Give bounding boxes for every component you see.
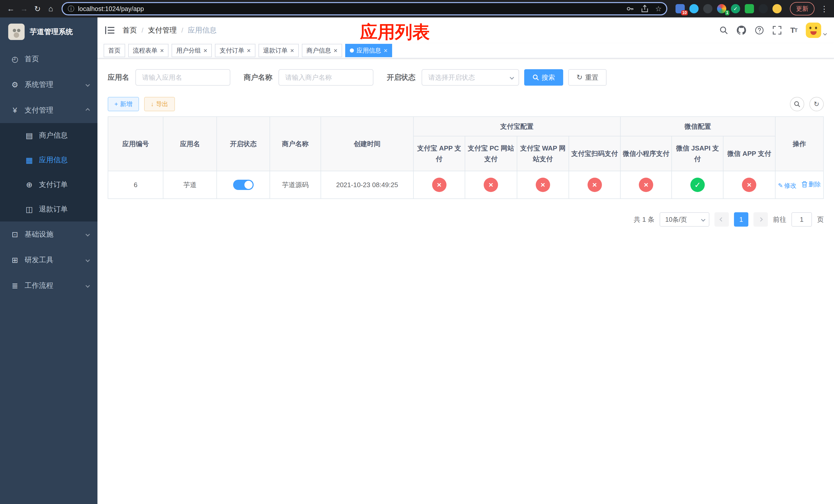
main-area: 首页 支付管理 应用信息 bbox=[97, 18, 834, 504]
main-header: 首页 支付管理 应用信息 bbox=[97, 18, 834, 43]
infra-icon: ⊡ bbox=[10, 230, 20, 239]
tab-close-icon[interactable]: × bbox=[384, 47, 388, 54]
refund-order-icon: ◫ bbox=[25, 205, 34, 214]
app-name-input[interactable] bbox=[135, 69, 230, 86]
tab-close-icon[interactable]: × bbox=[203, 47, 207, 54]
collapse-sidebar-icon[interactable] bbox=[105, 26, 114, 34]
sidebar-item-workflow[interactable]: ≣ 工作流程 bbox=[0, 273, 97, 298]
tab-close-icon[interactable]: × bbox=[247, 47, 250, 54]
tab-close-icon[interactable]: × bbox=[290, 47, 294, 54]
col-header-wx-mini: 微信小程序支付 bbox=[620, 136, 672, 171]
sidebar-item-app-info[interactable]: ▦ 应用信息 bbox=[0, 148, 97, 172]
extension-icon-3[interactable] bbox=[703, 4, 712, 13]
forward-icon[interactable]: → bbox=[18, 2, 31, 15]
tab-merchant-info[interactable]: 商户信息 × bbox=[302, 44, 342, 57]
breadcrumb-separator bbox=[141, 26, 144, 35]
extension-badge-green: 1 bbox=[725, 10, 729, 15]
browser-toolbar: ← → ↻ ⌂ ⓘ localhost:1024/pay/app ☆ 10 bbox=[0, 0, 834, 18]
app-title: 芋道管理系统 bbox=[30, 27, 73, 37]
page-number-1[interactable]: 1 bbox=[734, 212, 748, 227]
chevron-down-icon bbox=[510, 75, 514, 80]
avatar[interactable] bbox=[806, 23, 821, 38]
breadcrumb-separator bbox=[181, 26, 183, 35]
plus-icon: + bbox=[114, 100, 118, 108]
extension-icon-2[interactable] bbox=[689, 4, 699, 13]
tab-close-icon[interactable]: × bbox=[160, 47, 164, 54]
refresh-table-button[interactable]: ↻ bbox=[809, 97, 824, 111]
sidebar: 芋道管理系统 ◴ 首页 ⚙ 系统管理 ¥ 支付管理 ▤ 商户信息 bbox=[0, 18, 97, 504]
extension-icon-1[interactable]: 10 bbox=[676, 4, 685, 13]
sidebar-item-payment[interactable]: ¥ 支付管理 bbox=[0, 97, 97, 123]
next-page-button[interactable] bbox=[753, 212, 768, 227]
font-size-icon[interactable]: TT bbox=[790, 26, 797, 35]
site-info-icon[interactable]: ⓘ bbox=[68, 4, 74, 13]
tab-home[interactable]: 首页 bbox=[104, 44, 125, 57]
reset-button[interactable]: ↻ 重置 bbox=[568, 69, 607, 86]
col-header-actions: 操作 bbox=[775, 117, 824, 171]
sidebar-item-pay-order[interactable]: ⊕ 支付订单 bbox=[0, 172, 97, 197]
home-icon[interactable]: ⌂ bbox=[44, 2, 58, 15]
share-icon[interactable] bbox=[639, 5, 650, 13]
sidebar-item-home[interactable]: ◴ 首页 bbox=[0, 46, 97, 72]
page-size-select[interactable]: 10条/页 bbox=[660, 212, 709, 227]
user-menu[interactable] bbox=[806, 23, 826, 38]
sidebar-item-merchant-info[interactable]: ▤ 商户信息 bbox=[0, 123, 97, 148]
url-bar[interactable]: ⓘ localhost:1024/pay/app ☆ bbox=[62, 2, 667, 15]
sidebar-item-refund-order[interactable]: ◫ 退款订单 bbox=[0, 197, 97, 222]
col-header-alipay-pc: 支付宝 PC 网站支付 bbox=[465, 136, 517, 171]
extension-icon-6[interactable] bbox=[745, 4, 754, 13]
edit-link[interactable]: ✎ 修改 bbox=[778, 182, 796, 190]
search-icon[interactable] bbox=[719, 26, 728, 35]
url-text[interactable]: localhost:1024/pay/app bbox=[78, 5, 621, 13]
extension-badge: 10 bbox=[681, 10, 688, 15]
sidebar-item-infra[interactable]: ⊡ 基础设施 bbox=[0, 222, 97, 247]
extension-icon-5[interactable]: ✓ bbox=[731, 4, 740, 13]
github-icon[interactable] bbox=[737, 26, 746, 35]
tab-pay-order[interactable]: 支付订单 × bbox=[215, 44, 255, 57]
page-content: 应用名 商户名称 开启状态 请选择开启状态 搜索 bbox=[97, 59, 834, 504]
prev-page-button[interactable] bbox=[715, 212, 729, 227]
tab-process-form[interactable]: 流程表单 × bbox=[128, 44, 169, 57]
fullscreen-icon[interactable] bbox=[773, 26, 782, 35]
tab-refund-order[interactable]: 退款订单 × bbox=[259, 44, 299, 57]
reload-icon[interactable]: ↻ bbox=[31, 2, 44, 15]
back-icon[interactable]: ← bbox=[4, 2, 18, 15]
config-status-icon: ✓ bbox=[690, 178, 705, 192]
bookmark-star-icon[interactable]: ☆ bbox=[654, 5, 663, 13]
sidebar-item-system[interactable]: ⚙ 系统管理 bbox=[0, 72, 97, 97]
sidebar-item-devtools[interactable]: ⊞ 研发工具 bbox=[0, 247, 97, 273]
app-logo-row: 芋道管理系统 bbox=[0, 18, 97, 46]
help-icon[interactable] bbox=[755, 26, 764, 35]
col-header-status: 开启状态 bbox=[217, 117, 270, 171]
total-count: 共 1 条 bbox=[634, 215, 655, 224]
tab-close-icon[interactable]: × bbox=[334, 47, 337, 54]
tab-app-info[interactable]: 应用信息 × bbox=[345, 44, 392, 57]
password-key-icon[interactable] bbox=[624, 5, 636, 13]
search-button[interactable]: 搜索 bbox=[524, 69, 563, 86]
toggle-search-button[interactable] bbox=[790, 97, 804, 111]
tab-label: 支付订单 bbox=[220, 46, 244, 54]
merchant-name-input[interactable] bbox=[279, 69, 373, 86]
extension-icon-7[interactable] bbox=[759, 4, 768, 13]
add-button[interactable]: + 新增 bbox=[108, 97, 139, 111]
refresh-icon: ↻ bbox=[814, 100, 819, 108]
sidebar-item-label: 系统管理 bbox=[25, 80, 81, 90]
chevron-down-icon bbox=[86, 258, 90, 262]
status-select[interactable]: 请选择开启状态 bbox=[422, 69, 519, 86]
extensions-area: 10 1 ✓ bbox=[676, 4, 782, 13]
extension-icon-8[interactable] bbox=[772, 4, 782, 13]
browser-update-button[interactable]: 更新 bbox=[790, 2, 814, 15]
app-grid-icon: ▦ bbox=[25, 156, 34, 165]
cell-alipay-qr: × bbox=[569, 171, 620, 199]
sidebar-item-label: 研发工具 bbox=[25, 255, 81, 265]
browser-menu-icon[interactable]: ⋮ bbox=[819, 4, 830, 13]
delete-link[interactable]: 删除 bbox=[802, 180, 821, 188]
extension-icon-4[interactable]: 1 bbox=[717, 4, 726, 13]
goto-unit: 页 bbox=[817, 215, 824, 224]
gear-icon: ⚙ bbox=[10, 80, 20, 89]
status-toggle[interactable] bbox=[233, 180, 254, 190]
goto-page-input[interactable] bbox=[791, 212, 812, 227]
breadcrumb-home[interactable]: 首页 bbox=[123, 25, 137, 35]
tab-user-group[interactable]: 用户分组 × bbox=[172, 44, 212, 57]
export-button[interactable]: ↓ 导出 bbox=[144, 97, 175, 111]
